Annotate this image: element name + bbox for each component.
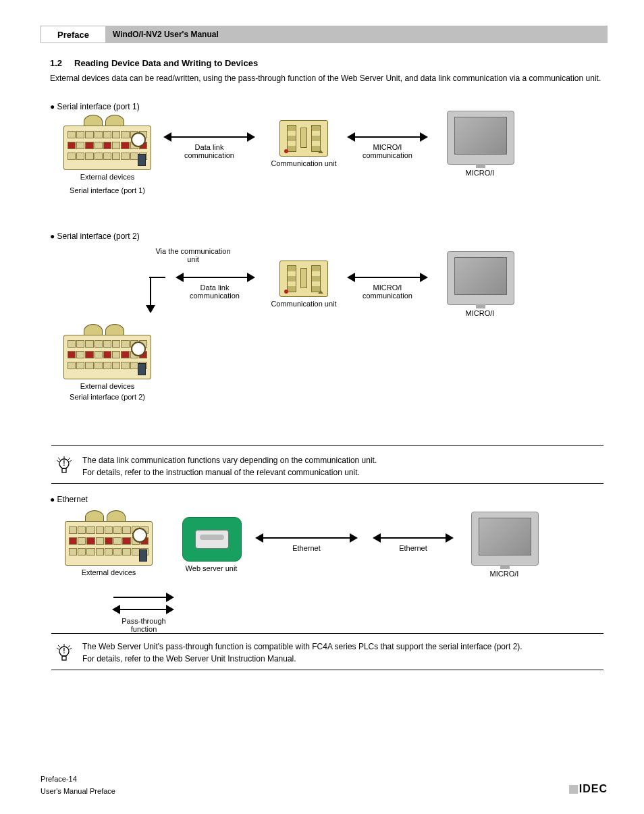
header-doc-title: WindO/I-NV2 User's Manual [105,26,608,43]
section-title: Reading Device Data and Writing to Devic… [74,58,258,68]
arrow3-label: Data link communication [167,283,262,300]
hmi-2 [447,251,514,305]
plc1-label: External devices [63,173,151,181]
arrow-wsu-eth [257,537,356,539]
svg-line-6 [68,458,70,460]
passthrough-label: Pass-through function [101,617,186,633]
svg-line-11 [57,648,59,649]
svg-line-14 [68,645,70,647]
lightbulb-icon: ! [55,456,73,477]
divider-1 [51,445,603,446]
plc-device-2 [63,321,151,379]
arrow1-label: Data link communication [165,143,254,159]
note1-line1: The data link communication functions va… [82,455,595,466]
brand-text: IDEC [579,783,608,795]
divider-4 [51,670,603,670]
hmi2-label: MICRO/I [447,309,513,317]
arrow4-label: MICRO/I communication [348,283,427,300]
elbow-down [150,277,151,312]
hmi-1 [447,111,514,165]
note2-line2: For details, refer to the Web Server Uni… [82,653,595,665]
svg-rect-1 [62,468,66,472]
hmi1-label: MICRO/I [447,169,513,177]
web-server-unit [182,517,242,562]
comm2-label: Communication unit [263,300,344,308]
elbow-h [149,277,165,278]
arrow-eth-hmi [374,537,452,539]
section-intro: External devices data can be read/writte… [50,73,601,84]
plc2-port-label: Serial interface (port 2) [63,393,151,401]
plc1-port-label: Serial interface (port 1) [63,186,151,194]
svg-text:!: ! [63,647,65,655]
arrow-plc1-comm [165,136,254,138]
plc3-label: External devices [65,568,153,576]
note1-line2: For details, refer to the instruction ma… [82,467,595,479]
svg-line-5 [58,458,60,460]
brand-logo: IDEC [569,783,608,795]
svg-line-4 [70,460,72,462]
eth-label-2: Ethernet [374,544,452,552]
header-chapter: Preface [41,26,105,43]
sub1-bullet: ● Serial interface (port 1) [50,101,140,113]
svg-line-13 [58,645,60,647]
sub1-text: Serial interface (port 1) [57,102,140,111]
hmi-3 [471,512,539,566]
arrow-plc2-comm [177,277,254,278]
footer-doc: User's Manual Preface [41,787,603,795]
footer-page: Preface-14 [41,775,603,783]
plc2-label: External devices [63,382,151,390]
arrow2-label: MICRO/I communication [348,143,427,159]
comm-unit-1 [279,120,328,157]
divider-3 [51,633,603,634]
sub3-text: Ethernet [57,495,88,504]
svg-rect-9 [62,656,66,660]
eth-label-1: Ethernet [257,544,356,552]
sub2-text: Serial interface (port 2) [57,232,140,241]
arrow-pt2 [113,609,173,610]
svg-line-12 [70,648,72,649]
divider-2 [51,483,603,484]
comm-unit-2 [279,261,328,297]
comm1-label: Communication unit [263,159,344,167]
wsu-label: Web server unit [173,564,250,572]
arrow-comm2-hmi [348,277,427,278]
hmi3-label: MICRO/I [471,570,537,578]
plc-device-3 [65,508,153,566]
lightbulb-icon-2: ! [55,644,73,664]
via-comm-label: Via the communication unit [139,247,247,263]
svg-line-3 [57,460,59,462]
sub3-bullet: ● Ethernet [50,494,88,506]
section-number: 1.2 [50,58,62,68]
arrow-pt1 [113,597,173,598]
note2-line1: The Web Server Unit's pass-through funct… [82,641,595,653]
sub2-bullet: ● Serial interface (port 2) [50,231,140,242]
svg-text:!: ! [63,460,65,467]
plc-device-1 [63,112,151,170]
arrow-comm1-hmi [348,136,427,138]
